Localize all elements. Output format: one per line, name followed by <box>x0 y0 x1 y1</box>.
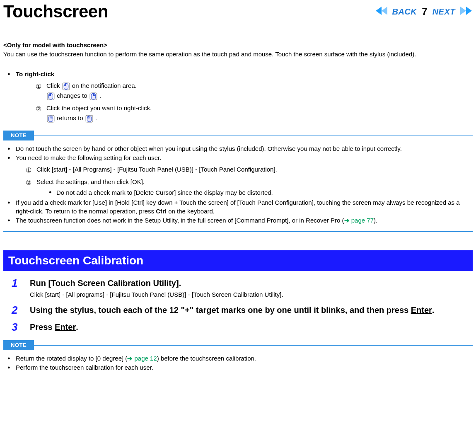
note1-item3-b: on the keyboard. <box>167 208 215 215</box>
step-2-title-b: . <box>432 305 435 315</box>
page-77-link[interactable]: page 77 <box>350 217 374 224</box>
step-3: 3 Press Enter. <box>12 322 473 333</box>
enter-key-label-2: Enter <box>55 322 76 332</box>
section-divider <box>3 231 473 232</box>
enter-key-label-1: Enter <box>411 305 432 315</box>
svg-marker-2 <box>460 7 466 15</box>
intro-text: You can use the touchscreen function to … <box>3 50 473 58</box>
mouse-left-icon-3: L <box>85 114 94 123</box>
note1-substep-2: Select the settings, and then click [OK]… <box>26 177 473 198</box>
step2-returns-b: . <box>95 114 97 121</box>
note-2: NOTE Return the rotated display to [0 de… <box>3 340 473 372</box>
step-number-2: 2 <box>12 305 30 316</box>
page-number: 7 <box>422 5 427 18</box>
next-arrow-icon[interactable] <box>458 6 473 18</box>
mouse-right-icon: R <box>89 92 98 101</box>
right-click-step-1: Click L on the notification area. L chan… <box>36 81 473 101</box>
note-divider-2 <box>34 345 473 346</box>
link-arrow-icon: ➔ <box>344 217 350 224</box>
note1-item-2: You need to make the following setting f… <box>7 154 473 198</box>
mouse-left-icon-2: L <box>46 92 55 101</box>
note1-substep-1: Click [start] - [All Programs] - [Fujits… <box>26 165 473 174</box>
back-arrow-icon[interactable] <box>375 6 390 18</box>
step-1: 1 Run [Touch Screen Calibration Utility]… <box>12 278 473 299</box>
step2-returns-a: returns to <box>57 114 85 121</box>
note1-item-1: Do not touch the screen by hand or other… <box>7 145 473 153</box>
next-button[interactable]: NEXT <box>433 6 455 17</box>
right-click-step-2: Click the object you want to right-click… <box>36 103 473 123</box>
svg-text:R: R <box>51 116 53 118</box>
svg-text:L: L <box>87 116 89 118</box>
step-3-title-a: Press <box>30 322 55 332</box>
step-3-title-b: . <box>76 322 78 332</box>
step-3-title: Press Enter. <box>30 322 473 333</box>
page-title: Touchscreen <box>3 0 108 24</box>
step-2: 2 Using the stylus, touch each of the 12… <box>12 305 473 316</box>
intro-block: <Only for model with touchscreen> You ca… <box>3 41 473 59</box>
note1-item4-b: ). <box>374 217 377 224</box>
note2-item1-a: Return the rotated display to [0 degree]… <box>16 355 127 362</box>
step1-text-a: Click <box>46 82 62 89</box>
step2-text: Click the object you want to right-click… <box>46 104 152 111</box>
note1-item-2-text: You need to make the following setting f… <box>16 154 161 161</box>
step-2-title: Using the stylus, touch each of the 12 "… <box>30 305 473 316</box>
note-1: NOTE Do not touch the screen by hand or … <box>3 131 473 225</box>
back-button[interactable]: BACK <box>392 6 417 17</box>
note1-item3-a: If you add a check mark for [Use] in [Ho… <box>16 199 460 214</box>
calibration-steps: 1 Run [Touch Screen Calibration Utility]… <box>12 278 473 333</box>
note1-item-4: The touchscreen function does not work i… <box>7 216 473 225</box>
step-number-3: 3 <box>12 322 30 333</box>
page-header: Touchscreen BACK 7 NEXT <box>3 0 473 24</box>
note2-item-2: Perform the touchscreen calibration for … <box>7 363 473 372</box>
svg-text:L: L <box>64 83 65 86</box>
step1-changes-b: . <box>99 92 101 99</box>
step-number-1: 1 <box>12 278 30 299</box>
note-divider <box>34 136 473 136</box>
step-1-title: Run [Touch Screen Calibration Utility]. <box>30 278 473 289</box>
calibration-heading: Touchscreen Calibration <box>3 250 473 271</box>
note-label-2: NOTE <box>3 340 34 350</box>
note2-item-1: Return the rotated display to [0 degree]… <box>7 354 473 363</box>
svg-marker-0 <box>376 7 382 15</box>
step-1-sub: Click [start] - [All programs] - [Fujits… <box>30 291 473 299</box>
step1-text-b: on the notification area. <box>72 82 137 89</box>
note2-item1-b: ) before the touchscreen calibration. <box>157 355 256 362</box>
svg-marker-3 <box>466 7 472 15</box>
right-click-heading: To right-click <box>7 70 473 78</box>
svg-marker-1 <box>382 7 387 15</box>
step1-changes-a: changes to <box>57 92 89 99</box>
step-2-title-a: Using the stylus, touch each of the 12 "… <box>30 305 411 315</box>
svg-text:L: L <box>49 93 50 96</box>
mouse-left-icon: L <box>62 82 70 91</box>
page-12-link[interactable]: page 12 <box>133 355 157 362</box>
model-subtitle: <Only for model with touchscreen> <box>3 41 473 49</box>
note1-item4-a: The touchscreen function does not work i… <box>16 217 344 224</box>
mouse-right-icon-2: R <box>46 114 55 123</box>
note1-substep-2-text: Select the settings, and then click [OK]… <box>36 178 145 185</box>
note-label: NOTE <box>3 131 34 140</box>
note1-substep-2-sub: Do not add a check mark to [Delete Curso… <box>48 188 473 198</box>
note1-item-3: If you add a check mark for [Use] in [Ho… <box>7 199 473 216</box>
ctrl-key-label: Ctrl <box>156 208 167 215</box>
link-arrow-icon-2: ➔ <box>127 355 133 362</box>
page-nav: BACK 7 NEXT <box>375 5 473 18</box>
right-click-section: To right-click Click L on the notificati… <box>3 70 473 123</box>
svg-text:R: R <box>94 93 95 96</box>
